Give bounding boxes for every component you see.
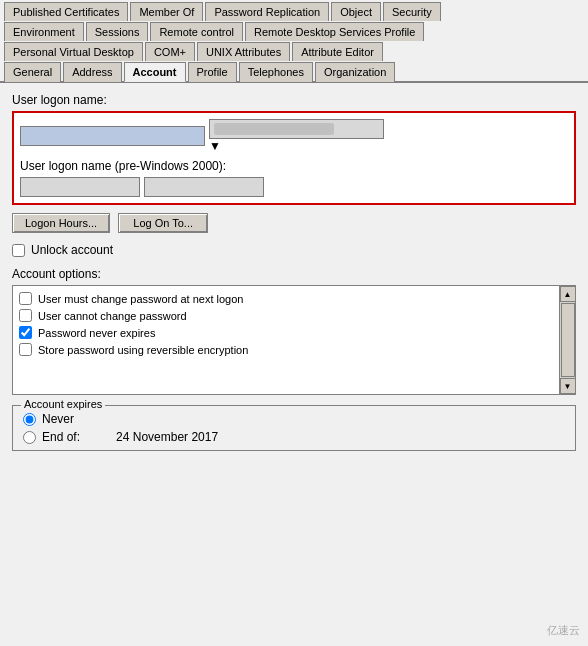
account-options-label: Account options:: [12, 267, 576, 281]
never-radio[interactable]: [23, 413, 36, 426]
unlock-row: Unlock account: [12, 243, 576, 257]
tab-object[interactable]: Object: [331, 2, 381, 21]
tab-row-2: Environment Sessions Remote control Remo…: [0, 20, 588, 40]
tab-row-3: Personal Virtual Desktop COM+ UNIX Attri…: [0, 40, 588, 60]
tab-unix-attributes[interactable]: UNIX Attributes: [197, 42, 290, 61]
pre2000-input1[interactable]: [20, 177, 140, 197]
options-list: User must change password at next logon …: [13, 286, 575, 362]
tab-sessions[interactable]: Sessions: [86, 22, 149, 41]
unlock-account-checkbox[interactable]: [12, 244, 25, 257]
pre2000-input2[interactable]: [144, 177, 264, 197]
pre2000-label: User logon name (pre-Windows 2000):: [20, 159, 568, 173]
option-label-1: User cannot change password: [38, 310, 187, 322]
account-expires-legend: Account expires: [21, 398, 105, 410]
option-checkbox-1[interactable]: [19, 309, 32, 322]
tab-account[interactable]: Account: [124, 62, 186, 82]
option-checkbox-0[interactable]: [19, 292, 32, 305]
tab-remote-control[interactable]: Remote control: [150, 22, 243, 41]
tab-member-of[interactable]: Member Of: [130, 2, 203, 21]
option-label-3: Store password using reversible encrypti…: [38, 344, 248, 356]
option-item-1: User cannot change password: [19, 307, 569, 324]
tab-row-1: Published Certificates Member Of Passwor…: [0, 0, 588, 20]
account-options-box: User must change password at next logon …: [12, 285, 576, 395]
tab-profile[interactable]: Profile: [188, 62, 237, 82]
tab-personal-virtual[interactable]: Personal Virtual Desktop: [4, 42, 143, 61]
option-checkbox-3[interactable]: [19, 343, 32, 356]
tab-container: Published Certificates Member Of Passwor…: [0, 0, 588, 83]
option-label-2: Password never expires: [38, 327, 155, 339]
username-input[interactable]: [20, 126, 205, 146]
logon-name-label: User logon name:: [12, 93, 576, 107]
logon-name-row: ▼: [20, 119, 568, 153]
tab-general[interactable]: General: [4, 62, 61, 82]
option-checkbox-2[interactable]: [19, 326, 32, 339]
tab-environment[interactable]: Environment: [4, 22, 84, 41]
never-label: Never: [42, 412, 74, 426]
logon-hours-button[interactable]: Logon Hours...: [12, 213, 110, 233]
endof-date: 24 November 2017: [116, 430, 218, 444]
tab-published-certs[interactable]: Published Certificates: [4, 2, 128, 21]
never-radio-row: Never: [23, 412, 565, 426]
option-item-2: Password never expires: [19, 324, 569, 341]
domain-display: [209, 119, 384, 139]
tab-password-replication[interactable]: Password Replication: [205, 2, 329, 21]
tab-address[interactable]: Address: [63, 62, 121, 82]
endof-label: End of:: [42, 430, 80, 444]
option-label-0: User must change password at next logon: [38, 293, 243, 305]
scrollbar-down-arrow[interactable]: ▼: [560, 378, 576, 394]
content-area: User logon name: ▼ User logon name (pre-…: [0, 83, 588, 469]
scrollbar-up-arrow[interactable]: ▲: [560, 286, 576, 302]
option-item-3: Store password using reversible encrypti…: [19, 341, 569, 358]
scrollbar-track: ▲ ▼: [559, 286, 575, 394]
tab-security[interactable]: Security: [383, 2, 441, 21]
domain-blurred-text: [214, 123, 334, 135]
option-item-0: User must change password at next logon: [19, 290, 569, 307]
scrollbar-thumb[interactable]: [561, 303, 575, 377]
logon-box: ▼ User logon name (pre-Windows 2000):: [12, 111, 576, 205]
tab-com[interactable]: COM+: [145, 42, 195, 61]
button-row: Logon Hours... Log On To...: [12, 213, 576, 233]
tab-remote-desktop[interactable]: Remote Desktop Services Profile: [245, 22, 424, 41]
endof-row: End of: 24 November 2017: [23, 430, 565, 444]
domain-dropdown-arrow[interactable]: ▼: [209, 139, 384, 153]
account-expires-group: Account expires Never End of: 24 Novembe…: [12, 405, 576, 451]
pre2000-row: [20, 177, 568, 197]
tab-telephones[interactable]: Telephones: [239, 62, 313, 82]
tab-row-4: General Address Account Profile Telephon…: [0, 60, 588, 83]
unlock-account-label: Unlock account: [31, 243, 113, 257]
tab-attribute-editor[interactable]: Attribute Editor: [292, 42, 383, 61]
endof-radio[interactable]: [23, 431, 36, 444]
watermark: 亿速云: [547, 623, 580, 638]
log-on-to-button[interactable]: Log On To...: [118, 213, 208, 233]
tab-organization[interactable]: Organization: [315, 62, 395, 82]
